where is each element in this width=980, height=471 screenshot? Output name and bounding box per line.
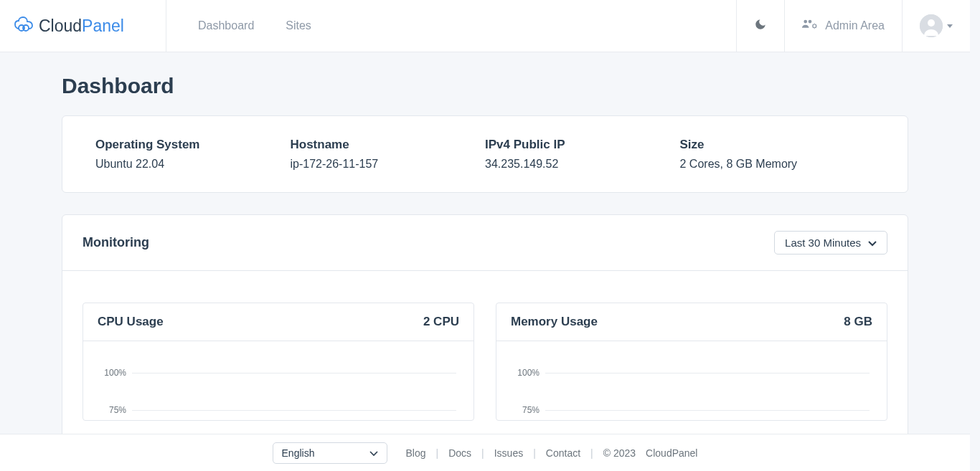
theme-toggle[interactable]	[736, 0, 784, 52]
cpu-chart-sub: 2 CPU	[423, 315, 459, 329]
language-select[interactable]: English	[273, 442, 387, 464]
info-ip: IPv4 Public IP 34.235.149.52	[485, 138, 680, 171]
nav-sites[interactable]: Sites	[286, 19, 311, 32]
header-right: Admin Area	[736, 0, 970, 52]
system-info-card: Operating System Ubuntu 22.04 Hostname i…	[62, 115, 908, 193]
avatar-icon	[920, 14, 943, 37]
chart-gridline: 75%	[514, 391, 870, 420]
cpu-chart-title: CPU Usage	[98, 315, 164, 329]
info-size: Size 2 Cores, 8 GB Memory	[680, 138, 875, 171]
chevron-down-icon	[947, 24, 953, 28]
time-range-label: Last 30 Minutes	[785, 237, 861, 249]
nav: Dashboard Sites	[166, 0, 736, 52]
memory-chart-body: 100% 75%	[496, 341, 887, 420]
footer-brand: CloudPanel	[646, 447, 697, 459]
cpu-chart-header: CPU Usage 2 CPU	[83, 303, 473, 341]
admin-area-label: Admin Area	[825, 19, 885, 32]
svg-point-6	[928, 19, 935, 27]
memory-chart-header: Memory Usage 8 GB	[496, 303, 887, 341]
memory-chart-sub: 8 GB	[844, 315, 872, 329]
footer-separator: |	[533, 447, 536, 459]
user-menu[interactable]	[902, 0, 970, 52]
svg-point-4	[813, 24, 816, 28]
main-content: Dashboard Operating System Ubuntu 22.04 …	[0, 52, 970, 471]
info-size-value: 2 Cores, 8 GB Memory	[680, 158, 875, 171]
footer-blog-link[interactable]: Blog	[406, 447, 426, 459]
header: CloudPanel Dashboard Sites	[0, 0, 970, 52]
chart-gridline-line	[545, 410, 870, 411]
admin-area-link[interactable]: Admin Area	[784, 0, 902, 52]
cloud-icon	[14, 16, 33, 35]
chart-tick-label: 100%	[514, 368, 545, 378]
chevron-down-icon	[868, 237, 877, 249]
chart-tick-label: 100%	[100, 368, 132, 378]
footer-issues-link[interactable]: Issues	[494, 447, 523, 459]
footer-copyright: © 2023	[603, 447, 636, 459]
svg-point-3	[809, 20, 812, 24]
chevron-down-icon	[369, 447, 378, 459]
monitoring-title: Monitoring	[83, 235, 149, 250]
chart-tick-label: 75%	[100, 405, 132, 415]
footer-contact-link[interactable]: Contact	[546, 447, 580, 459]
memory-chart-title: Memory Usage	[511, 315, 598, 329]
footer-separator: |	[590, 447, 593, 459]
chart-gridline-line	[545, 373, 870, 374]
info-size-label: Size	[680, 138, 875, 152]
monitoring-body: CPU Usage 2 CPU 100% 75%	[62, 271, 908, 452]
logo-section[interactable]: CloudPanel	[0, 0, 166, 52]
footer-separator: |	[436, 447, 439, 459]
monitoring-header: Monitoring Last 30 Minutes	[62, 215, 908, 271]
cpu-chart-body: 100% 75%	[83, 341, 473, 420]
info-host-value: ip-172-26-11-157	[291, 158, 486, 171]
footer: English Blog | Docs | Issues | Contact |…	[0, 434, 970, 471]
info-os-label: Operating System	[95, 138, 291, 152]
logo: CloudPanel	[14, 16, 124, 36]
chart-gridline: 75%	[100, 391, 456, 420]
time-range-dropdown[interactable]: Last 30 Minutes	[774, 231, 887, 254]
monitoring-card: Monitoring Last 30 Minutes CPU Usage 2 C…	[62, 214, 908, 453]
info-os-value: Ubuntu 22.04	[95, 158, 291, 171]
chart-gridline-line	[132, 410, 456, 411]
footer-docs-link[interactable]: Docs	[448, 447, 471, 459]
cpu-chart-card: CPU Usage 2 CPU 100% 75%	[83, 303, 474, 421]
footer-separator: |	[481, 447, 484, 459]
chart-gridline: 100%	[514, 354, 870, 391]
logo-text: CloudPanel	[39, 16, 124, 36]
page-title: Dashboard	[62, 74, 908, 98]
info-hostname: Hostname ip-172-26-11-157	[291, 138, 486, 171]
logo-text-panel: Panel	[82, 16, 124, 35]
chart-gridline-line	[132, 373, 456, 374]
chart-gridline: 100%	[100, 354, 456, 391]
info-ip-label: IPv4 Public IP	[485, 138, 680, 152]
info-host-label: Hostname	[291, 138, 486, 152]
memory-chart-card: Memory Usage 8 GB 100% 75%	[496, 303, 887, 421]
nav-dashboard[interactable]: Dashboard	[198, 19, 254, 32]
chart-tick-label: 75%	[514, 405, 545, 415]
svg-point-2	[804, 20, 808, 24]
logo-text-cloud: Cloud	[39, 16, 82, 35]
language-label: English	[282, 447, 315, 459]
users-gear-icon	[802, 18, 818, 34]
info-ip-value: 34.235.149.52	[485, 158, 680, 171]
info-os: Operating System Ubuntu 22.04	[95, 138, 291, 171]
moon-icon	[754, 18, 767, 34]
